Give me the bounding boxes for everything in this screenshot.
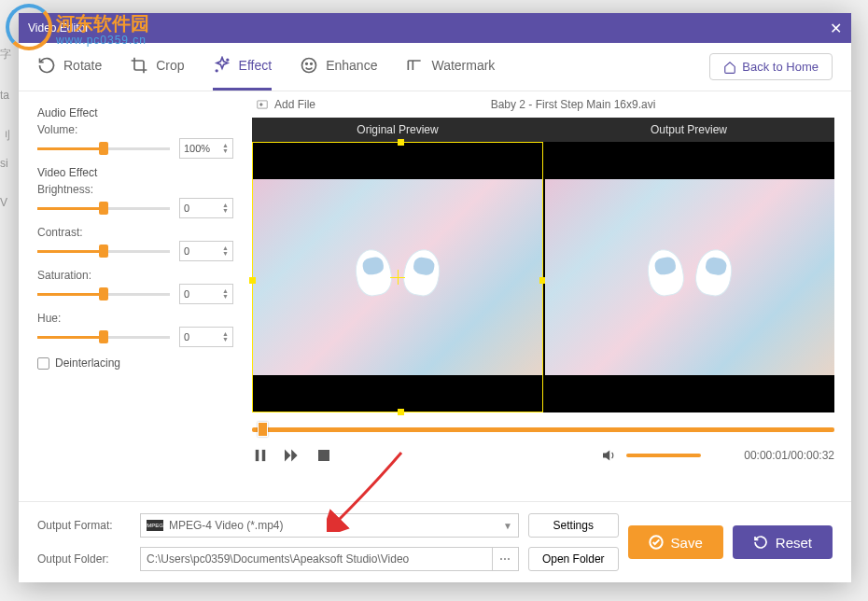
- timeline-thumb[interactable]: [258, 422, 268, 437]
- svg-point-4: [311, 63, 313, 65]
- output-folder-input[interactable]: C:\Users\pc0359\Documents\Apeaksoft Stud…: [140, 547, 493, 571]
- back-to-home-label: Back to Home: [742, 60, 819, 74]
- saturation-label: Saturation:: [37, 269, 233, 282]
- output-folder-label: Output Folder:: [37, 552, 131, 566]
- audio-effect-title: Audio Effect: [37, 106, 233, 119]
- effect-sidebar: Audio Effect Volume: 100%▲▼ Video Effect…: [19, 91, 252, 501]
- crop-handle-top[interactable]: [398, 139, 404, 146]
- svg-point-2: [302, 59, 316, 73]
- svg-rect-10: [318, 450, 329, 461]
- tab-effect[interactable]: Effect: [213, 43, 273, 91]
- timeline-slider[interactable]: [252, 427, 834, 432]
- settings-button[interactable]: Settings: [528, 513, 619, 538]
- rotate-icon: [37, 56, 56, 75]
- hue-slider[interactable]: [37, 329, 170, 344]
- output-format-dropdown[interactable]: MPEG MPEG-4 Video (*.mp4) ▼: [140, 513, 519, 538]
- current-filename: Baby 2 - First Step Main 16x9.avi: [315, 98, 831, 111]
- back-to-home-button[interactable]: Back to Home: [709, 53, 833, 80]
- home-icon: [723, 61, 736, 74]
- playback-volume-slider[interactable]: [626, 454, 701, 457]
- pause-button[interactable]: [252, 447, 269, 464]
- browse-folder-button[interactable]: ⋯: [493, 547, 519, 571]
- spinner-arrows[interactable]: ▲▼: [222, 143, 229, 154]
- crop-handle-left[interactable]: [249, 277, 256, 284]
- chevron-down-icon: ▼: [503, 521, 512, 531]
- svg-rect-6: [256, 450, 259, 461]
- reset-icon: [753, 535, 768, 550]
- volume-slider[interactable]: [37, 141, 170, 156]
- brightness-value[interactable]: 0▲▼: [179, 198, 233, 218]
- check-icon: [649, 535, 664, 550]
- titlebar[interactable]: Video Editor ✕: [19, 13, 851, 43]
- contrast-slider[interactable]: [37, 244, 170, 259]
- tab-rotate[interactable]: Rotate: [37, 43, 102, 91]
- close-button[interactable]: ✕: [814, 20, 842, 37]
- tab-crop[interactable]: Crop: [130, 43, 184, 91]
- preview-panes: [252, 142, 834, 412]
- enhance-icon: [300, 56, 318, 75]
- volume-label: Volume:: [37, 123, 233, 136]
- crop-handle-bottom[interactable]: [398, 409, 404, 415]
- svg-point-1: [216, 70, 217, 72]
- svg-marker-8: [285, 450, 290, 462]
- watermark-icon: [405, 56, 424, 75]
- contrast-label: Contrast:: [37, 226, 233, 239]
- tab-effect-label: Effect: [239, 58, 273, 73]
- deinterlacing-label: Deinterlacing: [55, 356, 120, 370]
- fast-forward-button[interactable]: [284, 447, 301, 464]
- crop-crosshair[interactable]: [390, 270, 405, 285]
- stop-button[interactable]: [315, 447, 332, 464]
- output-format-value: MPEG-4 Video (*.mp4): [169, 519, 284, 532]
- add-file-icon: [256, 98, 269, 111]
- svg-rect-7: [262, 450, 266, 461]
- effect-icon: [213, 56, 231, 75]
- volume-icon[interactable]: [602, 447, 619, 464]
- svg-point-3: [306, 63, 308, 65]
- open-folder-button[interactable]: Open Folder: [528, 547, 619, 571]
- crop-icon: [130, 56, 148, 75]
- add-file-label: Add File: [274, 98, 315, 111]
- tab-enhance-label: Enhance: [326, 58, 377, 73]
- output-preview: [545, 142, 834, 412]
- output-preview-header: Output Preview: [543, 118, 834, 142]
- svg-point-0: [227, 59, 229, 61]
- reset-label: Reset: [776, 535, 812, 551]
- brightness-label: Brightness:: [37, 183, 233, 196]
- playback-time: 00:00:01/00:00:32: [744, 449, 834, 462]
- tab-crop-label: Crop: [156, 58, 184, 73]
- save-label: Save: [671, 535, 703, 551]
- brightness-slider[interactable]: [37, 201, 170, 216]
- svg-marker-9: [291, 450, 297, 462]
- contrast-value[interactable]: 0▲▼: [179, 241, 233, 261]
- preview-headers: Original Preview Output Preview: [252, 118, 834, 142]
- video-effect-title: Video Effect: [37, 166, 233, 179]
- tab-watermark[interactable]: Watermark: [405, 43, 495, 91]
- add-file-button[interactable]: Add File: [256, 98, 315, 111]
- saturation-slider[interactable]: [37, 287, 170, 301]
- deinterlacing-checkbox[interactable]: [37, 357, 49, 370]
- format-icon: MPEG: [147, 520, 163, 531]
- video-editor-window: Video Editor ✕ Rotate Crop Effect Enhanc…: [19, 13, 851, 582]
- tab-rotate-label: Rotate: [63, 58, 102, 73]
- reset-button[interactable]: Reset: [733, 525, 833, 559]
- saturation-value[interactable]: 0▲▼: [179, 284, 233, 304]
- deinterlacing-row[interactable]: Deinterlacing: [37, 356, 233, 370]
- volume-value[interactable]: 100%▲▼: [179, 138, 233, 159]
- output-format-label: Output Format:: [37, 519, 131, 532]
- svg-marker-11: [603, 450, 609, 460]
- hue-label: Hue:: [37, 312, 233, 325]
- original-preview[interactable]: [252, 142, 543, 412]
- tab-watermark-label: Watermark: [431, 58, 495, 73]
- hue-value[interactable]: 0▲▼: [179, 327, 233, 347]
- window-title: Video Editor: [28, 21, 814, 35]
- tab-bar: Rotate Crop Effect Enhance Watermark Bac…: [19, 43, 851, 91]
- save-button[interactable]: Save: [628, 525, 723, 559]
- tab-enhance[interactable]: Enhance: [300, 43, 377, 91]
